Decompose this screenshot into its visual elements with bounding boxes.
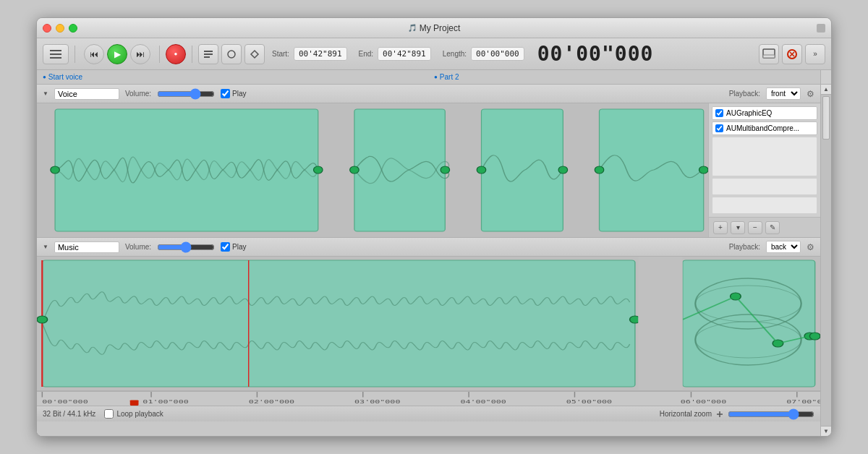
voice-play-checkbox[interactable] xyxy=(221,89,230,98)
music-volume-label: Volume: xyxy=(125,243,151,251)
voice-volume-slider[interactable] xyxy=(157,88,215,100)
music-track-timeline[interactable] xyxy=(37,257,820,390)
loop-playback-control: Loop playback xyxy=(104,409,163,419)
svg-point-21 xyxy=(595,166,604,174)
tool-button-2[interactable] xyxy=(221,44,242,64)
svg-point-15 xyxy=(350,166,359,174)
length-time-value[interactable]: 00'00"000 xyxy=(471,47,524,61)
move-down-button[interactable]: ▾ xyxy=(731,221,745,234)
effect-item-1[interactable]: AUGraphicEQ xyxy=(712,106,817,120)
start-time-value[interactable]: 00'42"891 xyxy=(294,47,347,61)
music-playback-label: Playback: xyxy=(729,243,760,251)
music-track-name[interactable] xyxy=(54,241,119,253)
svg-text:06'00"000: 06'00"000 xyxy=(681,398,726,404)
title-bar: 🎵 My Project xyxy=(37,18,831,38)
export-button[interactable] xyxy=(759,44,779,64)
scroll-up-arrow[interactable]: ▲ xyxy=(821,85,831,95)
svg-rect-3 xyxy=(204,51,213,52)
voice-playback-select[interactable]: front back both xyxy=(766,87,801,100)
toolbar-sep-3 xyxy=(192,46,192,63)
voice-playback-label: Playback: xyxy=(729,90,760,98)
end-time-value[interactable]: 00'42"891 xyxy=(378,47,431,61)
svg-rect-24 xyxy=(42,260,635,387)
maximize-button[interactable] xyxy=(69,24,77,33)
length-label: Length: xyxy=(443,50,467,58)
music-track: ▼ Volume: Play Playback: front back both… xyxy=(37,238,820,391)
remove-effect-button[interactable]: − xyxy=(748,221,762,234)
rewind-button[interactable]: ⏮ xyxy=(84,44,104,64)
voice-waveform-svg xyxy=(37,103,708,237)
svg-point-16 xyxy=(441,166,450,174)
effects-list: AUGraphicEQ AUMultibandCompre... xyxy=(709,103,820,217)
timeline-ruler: 00'00"000 01'00"000 02'00"000 03'00"000 xyxy=(37,391,820,406)
voice-track-name[interactable] xyxy=(54,88,119,100)
voice-volume-label: Volume: xyxy=(125,90,151,98)
v-scrollbar-top[interactable] xyxy=(820,70,831,84)
svg-point-18 xyxy=(477,166,486,174)
tool-button-1[interactable] xyxy=(198,44,218,64)
big-time-display: 00'00"000 xyxy=(537,42,654,66)
effect-1-checkbox[interactable] xyxy=(715,109,723,117)
voice-gear-button[interactable]: ⚙ xyxy=(807,89,814,99)
close-button[interactable] xyxy=(43,24,51,33)
svg-text:05'00"000: 05'00"000 xyxy=(566,398,612,404)
scroll-track[interactable] xyxy=(821,95,831,426)
more-button[interactable]: » xyxy=(805,44,825,64)
effect-1-label: AUGraphicEQ xyxy=(726,109,772,117)
svg-point-22 xyxy=(699,166,708,174)
music-waveform-svg xyxy=(37,257,820,390)
music-track-content xyxy=(37,257,820,390)
svg-point-6 xyxy=(228,51,235,58)
loop-playback-checkbox[interactable] xyxy=(104,409,114,419)
vertical-scrollbar[interactable]: ▲ ▼ xyxy=(820,85,831,436)
svg-rect-5 xyxy=(204,56,210,58)
zoom-icon xyxy=(716,411,723,418)
svg-rect-14 xyxy=(354,109,445,231)
voice-play-check: Play xyxy=(221,89,246,98)
music-gear-button[interactable]: ⚙ xyxy=(807,242,814,252)
svg-rect-42 xyxy=(130,400,139,406)
svg-text:04'00"000: 04'00"000 xyxy=(460,398,506,404)
end-label: End: xyxy=(359,50,374,58)
burn-button[interactable] xyxy=(782,44,802,64)
start-time-display: Start: 00'42"891 xyxy=(272,47,347,61)
svg-rect-0 xyxy=(50,50,61,51)
add-effect-button[interactable]: + xyxy=(713,221,728,234)
tool-button-3[interactable] xyxy=(244,44,265,64)
svg-rect-1 xyxy=(50,53,61,55)
scroll-thumb[interactable] xyxy=(822,96,830,140)
svg-rect-2 xyxy=(50,57,61,59)
music-playback-select[interactable]: front back both xyxy=(766,241,801,253)
scroll-down-arrow[interactable]: ▼ xyxy=(821,426,831,436)
voice-effects-panel: AUGraphicEQ AUMultibandCompre... xyxy=(708,103,820,237)
voice-track-content: AUGraphicEQ AUMultibandCompre... xyxy=(37,103,820,237)
effect-2-checkbox[interactable] xyxy=(715,124,723,132)
play-button[interactable]: ▶ xyxy=(107,44,127,64)
fast-forward-button[interactable]: ⏭ xyxy=(130,44,150,64)
voice-track-timeline[interactable] xyxy=(37,103,708,237)
length-time-display: Length: 00'00"000 xyxy=(443,47,524,61)
edit-effect-button[interactable]: ✎ xyxy=(765,221,780,234)
effect-item-2[interactable]: AUMultibandCompre... xyxy=(712,121,817,135)
effects-toolbar: + ▾ − ✎ xyxy=(709,217,820,237)
minimize-button[interactable] xyxy=(56,24,64,33)
part-marker[interactable]: ● Part 2 xyxy=(434,73,459,81)
record-button[interactable]: ● xyxy=(166,44,186,64)
main-content: ▼ Volume: Play Playback: front back both… xyxy=(37,85,831,436)
title-icon: 🎵 xyxy=(408,24,417,32)
window-title: 🎵 My Project xyxy=(408,23,461,33)
menu-button[interactable] xyxy=(43,44,69,64)
music-play-checkbox[interactable] xyxy=(221,242,230,252)
voice-track-arrow[interactable]: ▼ xyxy=(43,90,48,97)
start-voice-marker[interactable]: ● Start voice xyxy=(37,73,82,81)
svg-point-19 xyxy=(558,166,568,174)
end-time-display: End: 00'42"891 xyxy=(359,47,431,61)
window-resize-control[interactable] xyxy=(817,24,825,33)
svg-rect-8 xyxy=(763,55,775,58)
bit-depth-label: 32 Bit / 44.1 kHz xyxy=(43,410,95,418)
transport-controls: ⏮ ▶ ⏭ xyxy=(84,44,150,64)
music-volume-slider[interactable] xyxy=(157,241,215,253)
horizontal-zoom-slider[interactable] xyxy=(728,408,814,420)
music-track-arrow[interactable]: ▼ xyxy=(43,244,48,250)
svg-point-37 xyxy=(809,333,820,340)
